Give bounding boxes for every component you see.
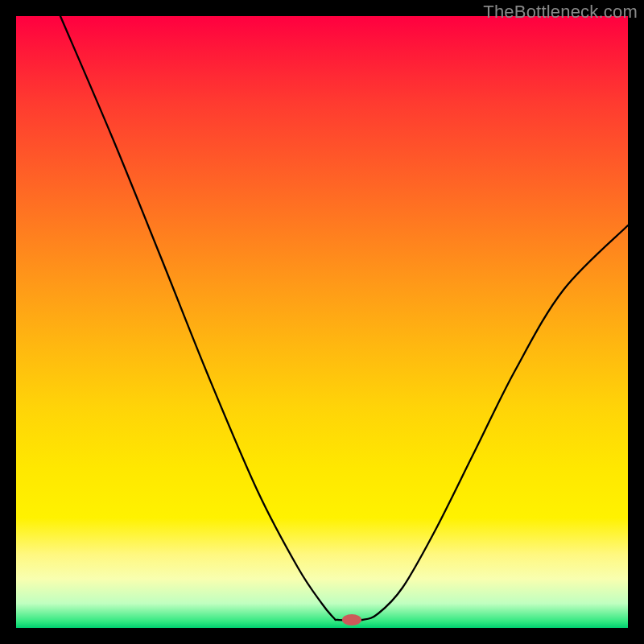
curve-layer — [16, 16, 628, 628]
chart-frame: TheBottleneck.com — [0, 0, 644, 644]
minimum-marker — [342, 614, 361, 625]
watermark-text: TheBottleneck.com — [483, 2, 638, 23]
bottleneck-curve — [60, 16, 628, 621]
plot-area — [16, 16, 628, 628]
